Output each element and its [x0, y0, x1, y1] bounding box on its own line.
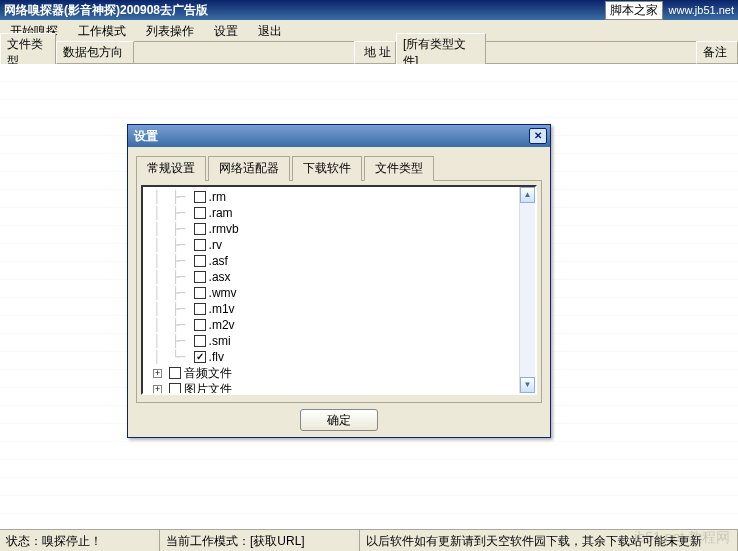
ext-label: .rmvb [209, 222, 239, 236]
dialog-title: 设置 [134, 128, 158, 145]
ext-label: .wmv [209, 286, 237, 300]
ext-label: .rv [209, 238, 222, 252]
checkbox-icon[interactable] [194, 255, 206, 267]
tab-download[interactable]: 下载软件 [292, 156, 362, 181]
filetype-tree: │ ├─ .rm │ ├─ .ram │ ├─ .rmvb │ ├─ .rv │… [141, 185, 537, 395]
column-header-row: 文件类型 数据包方向 地 址 [所有类型文件] 备注 [0, 42, 738, 64]
site-url: www.jb51.net [669, 4, 734, 16]
scrollbar[interactable]: ▲ ▼ [519, 187, 535, 393]
expand-icon[interactable]: + [153, 385, 162, 394]
ext-item[interactable]: │ ├─ .ram [147, 205, 519, 221]
checkbox-icon[interactable] [194, 319, 206, 331]
ext-item[interactable]: │ ├─ .wmv [147, 285, 519, 301]
ext-item[interactable]: │ └─ .flv [147, 349, 519, 365]
ok-button[interactable]: 确定 [300, 409, 378, 431]
group-item[interactable]: +音频文件 [147, 365, 519, 381]
expand-icon[interactable]: + [153, 369, 162, 378]
status-right: 以后软件如有更新请到天空软件园下载，其余下载站可能未更新 [360, 530, 738, 551]
tab-adapter[interactable]: 网络适配器 [208, 156, 290, 181]
col-direction[interactable]: 数据包方向 [56, 41, 134, 64]
ext-label: .smi [209, 334, 231, 348]
checkbox-icon[interactable] [194, 191, 206, 203]
status-mode: 当前工作模式：[获取URL] [160, 530, 360, 551]
close-icon[interactable]: ✕ [529, 128, 547, 144]
checkbox-icon[interactable] [194, 335, 206, 347]
checkbox-icon[interactable] [169, 367, 181, 379]
col-address-label: 地 址 [354, 41, 396, 64]
ext-label: .rm [209, 190, 226, 204]
tab-content: │ ├─ .rm │ ├─ .ram │ ├─ .rmvb │ ├─ .rv │… [136, 181, 542, 403]
app-title: 网络嗅探器(影音神探)200908去广告版 [4, 2, 208, 19]
menubar: 开始嗅探 工作模式 列表操作 设置 退出 [0, 20, 738, 42]
tab-general[interactable]: 常规设置 [136, 156, 206, 181]
scroll-track[interactable] [520, 203, 535, 377]
menu-listop[interactable]: 列表操作 [136, 20, 204, 41]
checkbox-icon[interactable] [194, 239, 206, 251]
ext-item[interactable]: │ ├─ .smi [147, 333, 519, 349]
ext-item[interactable]: │ ├─ .rmvb [147, 221, 519, 237]
statusbar: 状态：嗅探停止！ 当前工作模式：[获取URL] 以后软件如有更新请到天空软件园下… [0, 529, 738, 551]
ext-label: .asx [209, 270, 231, 284]
site-label: 脚本之家 [605, 1, 663, 20]
group-item[interactable]: +图片文件 [147, 381, 519, 393]
checkbox-icon[interactable] [194, 271, 206, 283]
ext-label: .asf [209, 254, 228, 268]
scroll-up-icon[interactable]: ▲ [520, 187, 535, 203]
ext-item[interactable]: │ ├─ .m1v [147, 301, 519, 317]
dialog-titlebar[interactable]: 设置 ✕ [128, 125, 550, 147]
tab-row: 常规设置 网络适配器 下载软件 文件类型 [136, 155, 542, 181]
checkbox-icon[interactable] [194, 207, 206, 219]
ext-label: .m1v [209, 302, 235, 316]
menu-exit[interactable]: 退出 [248, 20, 292, 41]
checkbox-icon[interactable] [194, 351, 206, 363]
checkbox-icon[interactable] [194, 223, 206, 235]
scroll-down-icon[interactable]: ▼ [520, 377, 535, 393]
ext-item[interactable]: │ ├─ .rm [147, 189, 519, 205]
col-remark[interactable]: 备注 [696, 41, 738, 64]
group-label: 音频文件 [184, 365, 232, 382]
tab-filetype[interactable]: 文件类型 [364, 156, 434, 181]
menu-settings[interactable]: 设置 [204, 20, 248, 41]
ext-item[interactable]: │ ├─ .asf [147, 253, 519, 269]
group-label: 图片文件 [184, 381, 232, 394]
ext-item[interactable]: │ ├─ .m2v [147, 317, 519, 333]
ext-label: .m2v [209, 318, 235, 332]
menu-mode[interactable]: 工作模式 [68, 20, 136, 41]
ext-item[interactable]: │ ├─ .asx [147, 269, 519, 285]
status-left: 状态：嗅探停止！ [0, 530, 160, 551]
ext-item[interactable]: │ ├─ .rv [147, 237, 519, 253]
checkbox-icon[interactable] [194, 287, 206, 299]
settings-dialog: 设置 ✕ 常规设置 网络适配器 下载软件 文件类型 │ ├─ .rm │ ├─ … [127, 124, 551, 438]
ext-label: .flv [209, 350, 224, 364]
ext-label: .ram [209, 206, 233, 220]
titlebar: 网络嗅探器(影音神探)200908去广告版 脚本之家 www.jb51.net [0, 0, 738, 20]
checkbox-icon[interactable] [194, 303, 206, 315]
checkbox-icon[interactable] [169, 383, 181, 393]
